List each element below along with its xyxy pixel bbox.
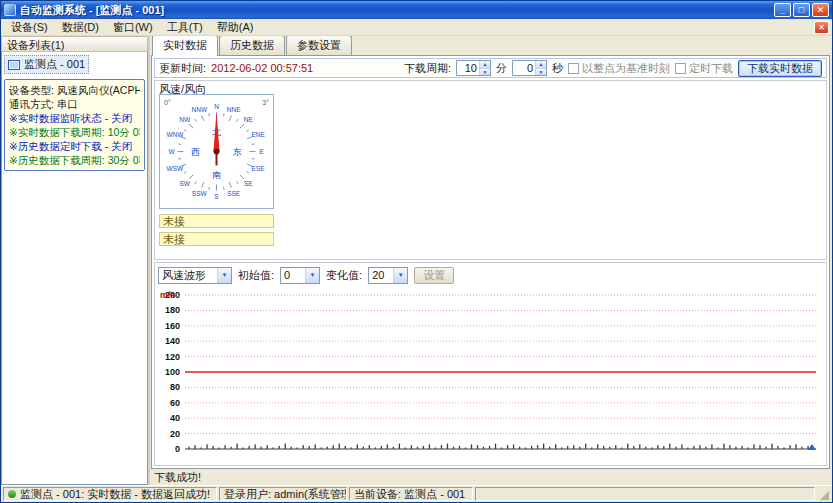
svg-text:NW: NW — [179, 116, 191, 123]
svg-text:NNW: NNW — [192, 106, 208, 113]
realtime-period-line: ※实时数据下载周期: 10分 0秒 — [9, 125, 140, 139]
listen-status-line: ※实时数据监听状态 - 关闭 — [9, 111, 140, 125]
menu-item-window[interactable]: 窗口(W) — [106, 19, 160, 36]
wind-compass: NNNENEENEEESESESSESSSWSWWSWWWNWNWNNW北东南西… — [159, 94, 274, 209]
minutes-spinner[interactable]: 10 ▲ ▼ — [456, 60, 491, 76]
download-status-bar: 下载成功! — [151, 469, 830, 485]
comm-mode-line: 通讯方式: 串口 — [9, 97, 140, 111]
device-monitor-icon — [8, 60, 20, 70]
svg-text:20: 20 — [170, 429, 180, 439]
svg-text:NE: NE — [244, 116, 254, 123]
svg-text:WSW: WSW — [167, 165, 184, 172]
tab-history-data[interactable]: 历史数据 — [219, 36, 285, 55]
minutes-unit-label: 分 — [496, 61, 507, 76]
menu-item-data[interactable]: 数据(D) — [55, 19, 106, 36]
align-hour-label: 以整点为基准时刻 — [582, 61, 670, 76]
download-status-text: 下载成功! — [154, 470, 201, 485]
toolbar: 更新时间: 2012-06-02 00:57:51 下载周期: 10 ▲ ▼ 分 — [154, 58, 827, 78]
menu-item-help[interactable]: 帮助(A) — [210, 19, 261, 36]
checkbox-icon — [675, 63, 686, 74]
svg-text:160: 160 — [165, 321, 180, 331]
svg-text:南: 南 — [212, 170, 221, 180]
update-time-label: 更新时间: — [159, 61, 206, 76]
svg-text:WNW: WNW — [166, 131, 184, 138]
spin-up-icon[interactable]: ▲ — [536, 61, 546, 69]
main-area: 实时数据 历史数据 参数设置 更新时间: 2012-06-02 00:57:51… — [150, 36, 832, 485]
menu-item-device[interactable]: 设备(S) — [4, 19, 55, 36]
waveform-select-value: 风速波形 — [159, 268, 217, 283]
svg-text:SW: SW — [179, 180, 190, 187]
timed-download-label: 定时下载 — [689, 61, 733, 76]
waveform-controls: 风速波形 ▼ 初始值: 0 ▼ 变化值: 20 ▼ 设置 — [158, 265, 823, 285]
statusbar-filler-cell — [475, 487, 815, 501]
tree-item-device[interactable]: 监测点 - 001 — [4, 55, 89, 74]
svg-text:140: 140 — [165, 336, 180, 346]
checkbox-icon — [568, 63, 579, 74]
current-device-text: 当前设备: 监测点 - 001 — [354, 487, 465, 501]
svg-text:ENE: ENE — [251, 131, 265, 138]
tab-realtime-data[interactable]: 实时数据 — [152, 36, 218, 56]
spin-down-icon[interactable]: ▼ — [480, 69, 490, 76]
download-realtime-button[interactable]: 下载实时数据 — [738, 60, 822, 77]
timed-download-checkbox[interactable]: 定时下载 — [675, 61, 733, 76]
chevron-down-icon[interactable]: ▼ — [217, 268, 231, 283]
svg-text:E: E — [259, 148, 264, 155]
tabbar: 实时数据 历史数据 参数设置 — [151, 37, 830, 55]
change-value: 20 — [369, 269, 393, 281]
tree-item-label: 监测点 - 001 — [24, 57, 85, 72]
initial-value-label: 初始值: — [238, 268, 274, 283]
status-icon — [8, 490, 16, 498]
device-type-line: 设备类型: 风速风向仪(ACPH-4) — [9, 83, 140, 97]
statusbar-user-cell: 登录用户: admin(系统管理员) — [219, 487, 347, 501]
spin-down-icon[interactable]: ▼ — [536, 69, 546, 76]
wind-gauge-panel: 风速/风向 NNNENEENEEESESESSESSSWSWWSWWWNWNWN… — [154, 80, 827, 260]
chevron-down-icon[interactable]: ▼ — [393, 268, 407, 283]
resize-grip[interactable] — [817, 487, 830, 501]
svg-text:西: 西 — [191, 147, 200, 157]
svg-text:0°: 0° — [164, 99, 171, 106]
align-hour-checkbox[interactable]: 以整点为基准时刻 — [568, 61, 670, 76]
set-button[interactable]: 设置 — [414, 267, 454, 284]
svg-text:SSE: SSE — [227, 190, 241, 197]
realtime-panel: 更新时间: 2012-06-02 00:57:51 下载周期: 10 ▲ ▼ 分 — [151, 55, 830, 469]
close-button[interactable]: ✕ — [812, 3, 829, 17]
menu-item-tools[interactable]: 工具(T) — [160, 19, 210, 36]
svg-text:100: 100 — [165, 367, 180, 377]
chevron-down-icon[interactable]: ▼ — [305, 268, 319, 283]
change-value-label: 变化值: — [326, 268, 362, 283]
statusbar-device-cell: 当前设备: 监测点 - 001 — [349, 487, 473, 501]
svg-text:3°: 3° — [262, 99, 269, 106]
waveform-panel: 风速波形 ▼ 初始值: 0 ▼ 变化值: 20 ▼ 设置 — [154, 262, 827, 466]
status-box-1: 未接 — [159, 214, 274, 228]
window-title: 自动监测系统 - [监测点 - 001] — [20, 3, 772, 18]
menubar: 设备(S) 数据(D) 窗口(W) 工具(T) 帮助(A) ✕ — [1, 19, 832, 36]
history-timed-line: ※历史数据定时下载 - 关闭 — [9, 139, 140, 153]
spin-up-icon[interactable]: ▲ — [480, 61, 490, 69]
svg-text:N: N — [214, 103, 219, 110]
initial-value: 0 — [281, 269, 305, 281]
statusbar: 监测点 - 001: 实时数据 - 数据返回成功! 登录用户: admin(系统… — [1, 485, 832, 502]
svg-text:120: 120 — [165, 352, 180, 362]
svg-text:东: 东 — [232, 147, 242, 157]
svg-text:180: 180 — [165, 305, 180, 315]
sidebar-body: 监测点 - 001 设备类型: 风速风向仪(ACPH-4) 通讯方式: 串口 ※… — [1, 52, 148, 485]
status-box-2: 未接 — [159, 232, 274, 246]
wind-speed-chart: 020406080100120140160180200m/s — [157, 287, 824, 461]
seconds-spinner[interactable]: 0 ▲ ▼ — [512, 60, 547, 76]
seconds-value: 0 — [513, 61, 535, 75]
svg-text:SSW: SSW — [192, 190, 208, 197]
sidebar-header: 设备列表(1) — [1, 36, 148, 52]
minimize-button[interactable]: _ — [774, 3, 791, 17]
initial-value-select[interactable]: 0 ▼ — [280, 267, 320, 284]
mdi-close-icon[interactable]: ✕ — [814, 21, 829, 34]
svg-text:40: 40 — [170, 413, 180, 423]
svg-text:SE: SE — [244, 180, 253, 187]
svg-text:NNE: NNE — [227, 106, 241, 113]
svg-text:0: 0 — [175, 444, 180, 454]
device-sidebar: 设备列表(1) 监测点 - 001 设备类型: 风速风向仪(ACPH-4) 通讯… — [1, 36, 150, 485]
change-value-select[interactable]: 20 ▼ — [368, 267, 408, 284]
maximize-button[interactable]: □ — [793, 3, 810, 17]
tab-parameter-settings[interactable]: 参数设置 — [286, 36, 352, 55]
titlebar: 自动监测系统 - [监测点 - 001] _ □ ✕ — [1, 1, 832, 19]
waveform-select[interactable]: 风速波形 ▼ — [158, 267, 232, 284]
